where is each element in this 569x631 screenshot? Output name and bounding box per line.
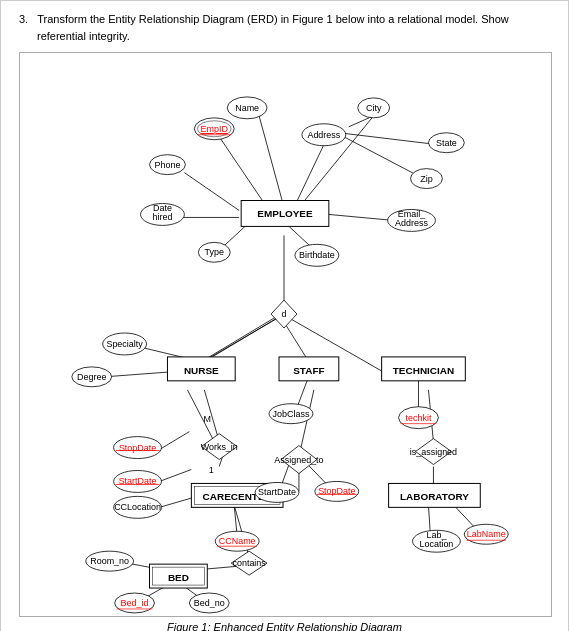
svg-text:Birthdate: Birthdate — [299, 250, 335, 260]
svg-line-11 — [329, 214, 394, 220]
svg-text:Zip: Zip — [420, 174, 432, 184]
svg-text:LABORATORY: LABORATORY — [400, 491, 469, 502]
svg-text:StopDate: StopDate — [119, 443, 156, 453]
svg-text:CCLocation: CCLocation — [114, 502, 161, 512]
svg-text:Specialty: Specialty — [106, 339, 143, 349]
svg-text:Name: Name — [235, 103, 259, 113]
diagram-caption: Figure 1: Enhanced Entity Relationship D… — [19, 621, 550, 631]
svg-text:Address: Address — [395, 218, 428, 228]
svg-text:techkit: techkit — [406, 413, 432, 423]
svg-text:contains: contains — [232, 558, 266, 568]
svg-text:is_assigned: is_assigned — [410, 447, 457, 457]
svg-text:Assigned_to: Assigned_to — [274, 455, 323, 465]
svg-text:Works_in: Works_in — [201, 442, 238, 452]
svg-line-41 — [204, 315, 279, 360]
svg-line-0 — [259, 116, 284, 208]
svg-line-24 — [159, 469, 191, 481]
svg-line-25 — [299, 390, 314, 457]
svg-text:City: City — [366, 103, 382, 113]
svg-text:STAFF: STAFF — [293, 365, 324, 376]
svg-text:Address: Address — [307, 130, 340, 140]
svg-text:Degree: Degree — [77, 372, 106, 382]
svg-line-7 — [184, 173, 239, 211]
svg-line-3 — [339, 133, 439, 145]
svg-text:1: 1 — [209, 465, 214, 475]
svg-text:StopDate: StopDate — [318, 486, 355, 496]
svg-line-40 — [202, 318, 277, 363]
svg-text:TECHNICIAN: TECHNICIAN — [393, 365, 454, 376]
svg-text:BED: BED — [168, 572, 189, 583]
svg-text:CCName: CCName — [219, 536, 256, 546]
svg-text:EMPLOYEE: EMPLOYEE — [257, 208, 313, 219]
svg-text:Type: Type — [205, 247, 224, 257]
svg-text:Phone: Phone — [154, 160, 180, 170]
svg-line-23 — [159, 432, 189, 450]
svg-text:Room_no: Room_no — [90, 556, 129, 566]
svg-text:d: d — [282, 309, 287, 319]
svg-text:JobClass: JobClass — [273, 409, 310, 419]
svg-text:Bed_id: Bed_id — [121, 598, 149, 608]
svg-text:Location: Location — [420, 539, 454, 549]
svg-text:StartDate: StartDate — [258, 487, 296, 497]
svg-line-5 — [344, 137, 424, 179]
svg-text:M: M — [204, 414, 211, 424]
svg-text:EmpID: EmpID — [201, 124, 229, 134]
question-text: 3. Transform the Entity Relationship Dia… — [19, 11, 550, 44]
page: 3. Transform the Entity Relationship Dia… — [0, 0, 569, 631]
svg-text:LabName: LabName — [467, 529, 506, 539]
svg-text:State: State — [436, 138, 457, 148]
svg-line-2 — [294, 145, 324, 208]
svg-text:StartDate: StartDate — [119, 476, 157, 486]
svg-line-14 — [284, 322, 309, 362]
svg-text:NURSE: NURSE — [184, 365, 219, 376]
svg-line-6 — [219, 137, 267, 208]
erd-diagram: text { font-family: Arial, sans-serif; f… — [19, 52, 552, 617]
svg-text:Bed_no: Bed_no — [194, 598, 225, 608]
svg-text:hired: hired — [153, 212, 173, 222]
